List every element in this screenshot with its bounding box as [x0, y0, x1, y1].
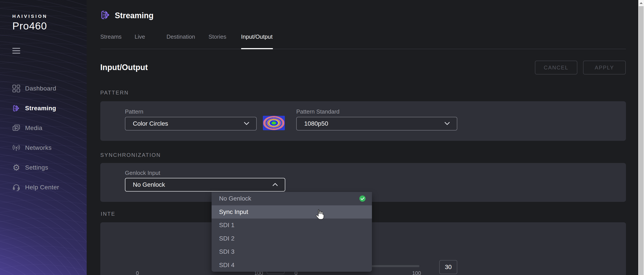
pattern-preview-thumbnail: [263, 116, 285, 130]
genlock-option-sync-input[interactable]: Sync Input: [212, 205, 372, 219]
page-title: Input/Output: [100, 63, 148, 72]
genlock-select[interactable]: No Genlock: [125, 178, 285, 192]
genlock-option-no-genlock[interactable]: No Genlock: [212, 192, 372, 205]
genlock-option-sdi-2[interactable]: SDI 2: [212, 232, 372, 245]
chevron-down-icon: [244, 122, 250, 125]
genlock-select-value: No Genlock: [133, 181, 272, 188]
sidebar-nav: Dashboard Streaming: [0, 79, 87, 197]
mouse-cursor-pointer: [315, 209, 324, 220]
sidebar-item-label: Settings: [25, 164, 48, 171]
pattern-section-heading: PATTERN: [100, 90, 129, 96]
gear-icon: ⚙: [12, 164, 20, 172]
main-content: Streaming Streams Live Destination Stori…: [87, 0, 638, 275]
sidebar: HΛIVISION Pro460 Dashboard: [0, 0, 87, 275]
sidebar-item-settings[interactable]: ⚙ Settings: [0, 158, 87, 178]
brand-model: Pro460: [12, 20, 48, 32]
sidebar-item-label: Media: [25, 125, 42, 132]
left-slider-min-label: 0: [136, 270, 139, 275]
sidebar-item-label: Dashboard: [25, 85, 56, 92]
tab-stories[interactable]: Stories: [208, 33, 241, 48]
tab-destination[interactable]: Destination: [166, 33, 208, 48]
dashboard-icon: [12, 85, 20, 92]
chevron-up-icon: [272, 183, 278, 187]
pattern-select-value: Color Circles: [133, 120, 244, 127]
sidebar-item-label: Streaming: [25, 105, 56, 112]
media-icon: [12, 124, 20, 132]
brand-logo: HΛIVISION Pro460: [12, 14, 48, 32]
genlock-field-label: Genlock Input: [125, 170, 160, 176]
sidebar-item-label: Help Center: [25, 184, 59, 191]
pattern-card: Pattern Color Circles Pattern Standard 1…: [100, 101, 626, 141]
scrollbar[interactable]: [638, 0, 644, 275]
headset-icon: [12, 183, 20, 191]
active-tab-underline: [241, 48, 273, 49]
genlock-option-sdi-4[interactable]: SDI 4: [212, 259, 372, 272]
sidebar-item-networks[interactable]: Networks: [0, 138, 87, 158]
networks-icon: [12, 144, 20, 152]
app-root: HΛIVISION Pro460 Dashboard: [0, 0, 644, 275]
tab-streams[interactable]: Streams: [100, 33, 134, 48]
genlock-option-sdi-3[interactable]: SDI 3: [212, 245, 372, 259]
pattern-field-label: Pattern: [125, 108, 144, 115]
io-section-heading-partial: INTE: [101, 211, 116, 217]
pattern-select[interactable]: Color Circles: [125, 117, 257, 130]
hamburger-menu-icon[interactable]: [12, 48, 20, 54]
genlock-option-sdi-1[interactable]: SDI 1: [212, 219, 372, 232]
sync-section-heading: SYNCHRONIZATION: [100, 152, 161, 158]
tab-bar: Streams Live Destination Stories Input/O…: [100, 33, 274, 48]
sidebar-item-streaming[interactable]: Streaming: [0, 98, 87, 118]
sidebar-item-help-center[interactable]: Help Center: [0, 178, 87, 197]
tab-bar-divider: [100, 49, 626, 49]
cancel-button[interactable]: CANCEL: [535, 61, 577, 74]
streaming-header-icon: [100, 10, 111, 20]
streaming-icon: [12, 104, 20, 112]
pattern-standard-field-label: Pattern Standard: [296, 108, 340, 115]
sidebar-item-dashboard[interactable]: Dashboard: [0, 79, 87, 98]
brand-name: HΛIVISION: [12, 14, 48, 19]
microphone-max-label: 100: [412, 270, 421, 275]
genlock-dropdown-menu: No Genlock Sync Input SDI 1 SDI 2 SDI 3: [212, 192, 372, 272]
check-circle-icon: [359, 195, 366, 202]
microphone-value-box[interactable]: 30: [439, 260, 457, 274]
sidebar-item-label: Networks: [25, 144, 52, 151]
scrollbar-thumb[interactable]: [639, 6, 644, 275]
scrollbar-up-arrow[interactable]: [638, 0, 644, 6]
apply-button[interactable]: APPLY: [583, 61, 626, 74]
pattern-standard-select[interactable]: 1080p50: [296, 117, 457, 130]
tab-input-output[interactable]: Input/Output: [241, 33, 274, 48]
sidebar-item-media[interactable]: Media: [0, 118, 87, 138]
tab-live[interactable]: Live: [134, 33, 166, 48]
chevron-down-icon: [444, 122, 450, 125]
pattern-standard-select-value: 1080p50: [304, 120, 444, 127]
page-header-title: Streaming: [115, 11, 154, 20]
